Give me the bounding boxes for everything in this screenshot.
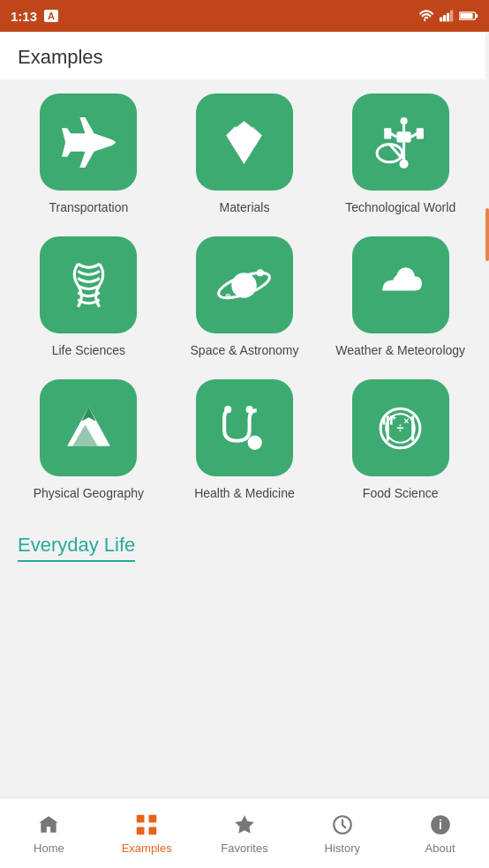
stethoscope-icon	[215, 400, 273, 457]
svg-rect-0	[440, 18, 442, 22]
technological-icon-box	[352, 94, 449, 191]
svg-rect-2	[447, 13, 449, 22]
category-transportation[interactable]: Transportation	[14, 86, 163, 222]
materials-label: Materials	[220, 199, 270, 215]
svg-rect-45	[149, 827, 157, 835]
health-medicine-label: Health & Medicine	[194, 485, 295, 501]
category-physical-geography[interactable]: Physical Geography	[14, 372, 163, 508]
svg-rect-44	[137, 827, 145, 835]
content-area: Transportation Materials	[0, 79, 489, 670]
physical-geography-label: Physical Geography	[34, 485, 144, 501]
svg-marker-7	[227, 121, 263, 164]
page-header: Examples	[0, 32, 489, 79]
history-nav-icon	[329, 812, 356, 838]
home-nav-label: Home	[34, 842, 64, 855]
category-health-medicine[interactable]: Health & Medicine	[170, 372, 320, 508]
space-astronomy-label: Space & Astronomy	[191, 342, 299, 358]
weather-icon-box	[352, 236, 449, 333]
transportation-label: Transportation	[49, 199, 128, 215]
history-nav-label: History	[325, 842, 360, 855]
category-materials[interactable]: Materials	[170, 86, 320, 222]
category-space-astronomy[interactable]: Space & Astronomy	[170, 229, 320, 365]
svg-point-25	[226, 293, 231, 298]
nav-about[interactable]: i About	[391, 812, 489, 855]
plate-icon: ÷ + ×	[372, 400, 429, 457]
svg-rect-16	[384, 128, 391, 138]
planet-icon	[215, 257, 273, 314]
transportation-icon-box	[40, 94, 137, 191]
nav-history[interactable]: History	[293, 812, 391, 855]
svg-point-32	[246, 406, 253, 413]
satellite-icon	[372, 114, 429, 171]
category-technological-world[interactable]: Technological World	[326, 86, 475, 222]
plane-icon	[60, 114, 117, 171]
examples-nav-icon	[133, 812, 160, 838]
food-science-label: Food Science	[363, 485, 439, 501]
page-title: Examples	[18, 46, 103, 68]
wifi-icon	[418, 10, 434, 22]
technological-world-label: Technological World	[345, 199, 455, 215]
space-icon-box	[196, 236, 293, 333]
svg-point-19	[400, 159, 409, 168]
favorites-nav-icon	[231, 812, 258, 838]
svg-rect-17	[417, 128, 424, 138]
category-food-science[interactable]: ÷ + × Food Science	[326, 372, 475, 508]
home-nav-icon	[35, 812, 62, 838]
category-life-sciences[interactable]: Life Sciences	[14, 229, 163, 365]
everyday-life-title: Everyday Life	[18, 534, 135, 562]
nav-examples[interactable]: Examples	[98, 812, 196, 855]
life-sciences-label: Life Sciences	[52, 342, 125, 358]
food-science-icon-box: ÷ + ×	[352, 379, 449, 476]
svg-rect-43	[149, 815, 157, 823]
favorites-nav-label: Favorites	[221, 842, 267, 855]
svg-rect-6	[460, 13, 472, 19]
weather-meteorology-label: Weather & Meteorology	[335, 342, 465, 358]
signal-icon	[440, 10, 454, 22]
category-grid: Transportation Materials	[14, 86, 475, 509]
svg-point-13	[401, 117, 408, 124]
svg-rect-3	[450, 11, 453, 22]
about-nav-icon: i	[427, 812, 454, 838]
svg-rect-1	[443, 15, 446, 21]
mountain-icon	[60, 400, 117, 457]
svg-text:+: +	[392, 413, 397, 423]
scrollbar-thumb[interactable]	[485, 208, 489, 261]
svg-rect-11	[397, 131, 411, 142]
materials-icon-box	[196, 94, 293, 191]
svg-point-31	[225, 406, 232, 413]
battery-icon	[459, 11, 478, 21]
everyday-life-section: Everyday Life	[14, 520, 475, 569]
about-nav-label: About	[425, 842, 455, 855]
svg-point-30	[248, 436, 262, 450]
cloud-sun-icon	[372, 257, 429, 314]
physical-geography-icon-box	[40, 379, 137, 476]
svg-rect-42	[137, 815, 145, 823]
scrollbar-track[interactable]	[485, 32, 489, 561]
category-weather[interactable]: Weather & Meteorology	[326, 229, 475, 365]
examples-nav-label: Examples	[122, 842, 172, 855]
a-icon: A	[44, 10, 58, 22]
svg-text:÷: ÷	[397, 420, 404, 434]
diamond-icon	[215, 114, 273, 171]
nav-home[interactable]: Home	[0, 812, 98, 855]
status-bar: 1:13 A	[0, 0, 489, 32]
dna-icon	[60, 257, 117, 314]
life-sciences-icon-box	[40, 236, 137, 333]
svg-text:i: i	[439, 818, 442, 832]
svg-rect-5	[476, 14, 478, 18]
health-icon-box	[196, 379, 293, 476]
svg-text:×: ×	[404, 416, 410, 426]
nav-favorites[interactable]: Favorites	[196, 812, 294, 855]
status-time: 1:13	[11, 9, 37, 24]
svg-point-24	[257, 269, 264, 276]
bottom-navigation: Home Examples Favorites	[0, 797, 489, 868]
